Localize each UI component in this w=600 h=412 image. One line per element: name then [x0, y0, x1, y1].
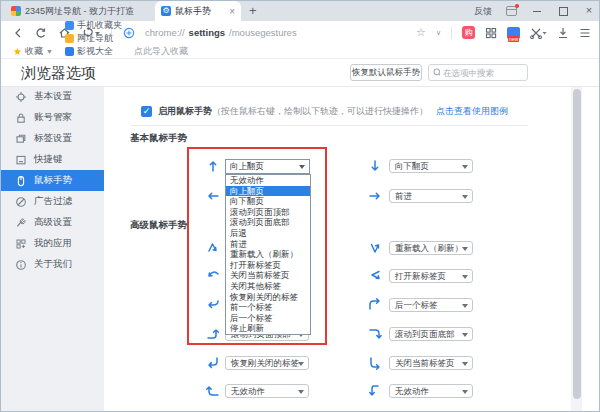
gesture-left-up-icon — [205, 383, 221, 399]
dropdown-option[interactable]: 向上翻页 — [226, 186, 310, 197]
gift-icon[interactable] — [506, 6, 517, 16]
tab-close-icon[interactable]: × — [229, 6, 235, 17]
rebate-new-icon[interactable]: new — [507, 27, 520, 39]
bookmark-item[interactable]: 手机收藏夹 — [65, 19, 122, 32]
chevron-down-icon[interactable]: ∨ — [436, 29, 441, 37]
dropdown-option[interactable]: 滚动到页面顶部 — [226, 207, 310, 218]
dropdown-option[interactable]: 关闭当前标签页 — [226, 270, 310, 281]
gesture-action-select[interactable]: 关闭当前标签页 — [389, 356, 473, 370]
dropdown-option[interactable]: 后退 — [226, 228, 310, 239]
select-value: 后一个标签 — [395, 300, 438, 310]
download-icon[interactable] — [557, 27, 569, 39]
advanced-gestures-label: 高级鼠标手势 — [130, 219, 187, 232]
maximize-button[interactable] — [557, 5, 569, 17]
mouse-icon — [15, 175, 27, 187]
gesture-action-select[interactable]: 重新载入（刷新） — [389, 241, 473, 255]
tab-mouse-gestures[interactable]: ⚙ 鼠标手势 × — [155, 1, 241, 21]
dropdown-option[interactable]: 向下翻页 — [226, 196, 310, 207]
close-button[interactable]: × — [583, 5, 595, 17]
select-value: 打开新标签页 — [395, 271, 446, 281]
info-icon — [15, 259, 27, 271]
sidebar-item-2[interactable]: 账号管家 — [1, 107, 104, 128]
gesture-action-select-open[interactable]: 向上翻页 — [225, 159, 310, 174]
bookmark-favicon — [65, 34, 74, 43]
menu-icon[interactable] — [579, 27, 591, 39]
scrollbar-thumb[interactable] — [573, 89, 581, 399]
dropdown-option[interactable]: 前一个标签 — [226, 302, 310, 313]
sidebar-item-8[interactable]: 我的应用 — [1, 233, 104, 254]
back-icon[interactable] — [12, 27, 24, 39]
sidebar-item-label: 高级设置 — [34, 216, 72, 229]
gesture-action-select[interactable]: 无效动作 — [225, 384, 309, 398]
gesture-action-select[interactable]: 打开新标签页 — [389, 269, 473, 283]
tab-title: 鼠标手势 — [175, 5, 211, 18]
gesture-down-right-icon — [367, 355, 383, 371]
apps-grid-icon[interactable] — [485, 27, 497, 39]
dropdown-option[interactable]: 关闭其他标签 — [226, 281, 310, 292]
sidebar-item-label: 账号管家 — [34, 111, 72, 124]
chevron-down-icon — [462, 362, 468, 366]
star-icon: ★ — [13, 46, 22, 57]
bookmark-label: 网址导航 — [77, 32, 113, 45]
gesture-action-select[interactable]: 滚动到页面底部 — [389, 327, 473, 341]
screenshot-scissors-icon[interactable] — [530, 27, 547, 39]
dropdown-option[interactable]: 后一个标签 — [226, 313, 310, 324]
restore-default-gestures-button[interactable]: 恢复默认鼠标手势 — [350, 64, 422, 81]
enable-gestures-checkbox[interactable]: ✓ — [141, 106, 152, 117]
sidebar-item-label: 鼠标手势 — [34, 174, 72, 187]
page-title: 浏览器选项 — [21, 64, 96, 83]
bookmark-favicon — [65, 47, 74, 56]
import-bookmarks-link[interactable]: 点此导入收藏 — [134, 45, 188, 58]
tab-title: 2345网址导航 - 致力于打造 — [25, 5, 134, 18]
refresh-icon[interactable] — [35, 27, 47, 39]
dropdown-option[interactable]: 重新载入（刷新） — [226, 249, 310, 260]
gesture-action-select[interactable]: 恢复刚关闭的标签 — [225, 356, 309, 370]
bookmark-item[interactable]: 网址导航 — [65, 32, 122, 45]
favorites-label: 收藏 — [25, 45, 43, 58]
new-tab-button[interactable]: + — [249, 3, 257, 18]
gesture-down-up-icon — [367, 240, 383, 256]
sidebar-item-6[interactable]: 广告过滤 — [1, 191, 104, 212]
gesture-up-right-icon — [367, 297, 383, 313]
bookmarks-bar: ★ 收藏 ▼ 手机收藏夹网址导航影视大全聚划算游戏中心 点此导入收藏 — [1, 44, 600, 59]
chevron-down-icon — [299, 165, 305, 169]
gesture-down-left-icon — [205, 355, 221, 371]
site-security-icon[interactable] — [123, 27, 135, 39]
basic-gestures-label: 基本鼠标手势 — [130, 132, 187, 145]
gesture-action-select[interactable]: 后一个标签 — [389, 298, 473, 312]
feedback-link[interactable]: 反馈 — [474, 5, 492, 18]
sidebar-item-3[interactable]: 标签设置 — [1, 128, 104, 149]
usage-example-link[interactable]: 点击查看使用图例 — [436, 105, 508, 118]
address-bar[interactable]: chrome://settings/mousegestures — [145, 27, 297, 38]
minimize-button[interactable] — [531, 5, 543, 17]
sidebar-item-1[interactable]: 基本设置 — [1, 86, 104, 107]
gesture-action-select[interactable]: 向下翻页 — [389, 159, 473, 173]
sidebar-item-7[interactable]: 高级设置 — [1, 212, 104, 233]
favorites-menu[interactable]: ★ 收藏 ▼ — [13, 45, 53, 58]
bookmark-label: 影视大全 — [77, 45, 113, 58]
dropdown-option[interactable]: 前进 — [226, 239, 310, 250]
dropdown-option[interactable]: 滚动到页面底部 — [226, 217, 310, 228]
dropdown-option[interactable]: 无效动作 — [226, 175, 310, 186]
sidebar-item-9[interactable]: 关于我们 — [1, 254, 104, 275]
bookmark-item[interactable]: 影视大全 — [65, 45, 122, 58]
sidebar-item-4[interactable]: 快捷键 — [1, 149, 104, 170]
bookmark-star-icon[interactable]: ☆ — [416, 26, 426, 39]
chevron-down-icon — [462, 165, 468, 169]
dropdown-option[interactable]: 停止刷新 — [226, 323, 310, 334]
select-value: 无效动作 — [395, 386, 429, 396]
dropdown-option[interactable]: 恢复刚关闭的标签 — [226, 292, 310, 303]
lock-icon — [15, 112, 27, 124]
sidebar-item-5[interactable]: 鼠标手势 — [1, 170, 104, 191]
shopping-icon[interactable]: 购 — [462, 26, 475, 39]
tabs-icon — [15, 133, 27, 145]
settings-search-box[interactable] — [428, 64, 528, 81]
search-input[interactable] — [443, 68, 523, 78]
chevron-down-icon — [298, 390, 304, 394]
dropdown-option[interactable]: 打开新标签页 — [226, 260, 310, 271]
gesture-right-icon — [367, 188, 383, 204]
gesture-action-select[interactable]: 前进 — [389, 189, 473, 203]
gesture-action-select[interactable]: 无效动作 — [389, 384, 473, 398]
sidebar-item-label: 我的应用 — [34, 237, 72, 250]
chevron-down-icon — [462, 275, 468, 279]
